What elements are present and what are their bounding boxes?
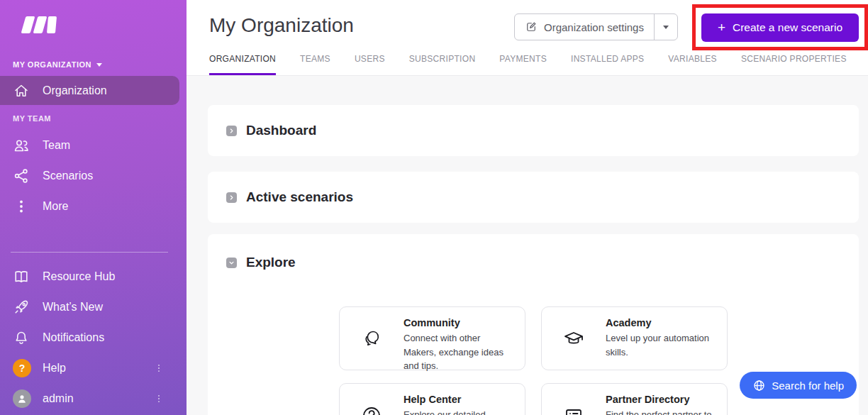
directory-list-icon [542, 384, 606, 415]
organization-settings-button[interactable]: Organization settings [515, 14, 654, 40]
sidebar-item-help[interactable]: ? Help [0, 354, 179, 382]
section-title: Active scenarios [246, 189, 353, 205]
sidebar-item-label: Team [43, 139, 70, 152]
overflow-menu-icon[interactable] [154, 393, 164, 404]
search-for-help-label: Search for help [772, 380, 844, 392]
dashboard-section: Dashboard [208, 105, 859, 156]
sidebar-item-label: Resource Hub [43, 270, 115, 283]
page-header: My Organization Organization settings + … [187, 0, 868, 76]
tab-organization[interactable]: ORGANIZATION [209, 54, 276, 75]
sidebar-item-label: More [43, 200, 68, 213]
section-title: Dashboard [246, 123, 316, 138]
community-card[interactable]: Community Connect with other Makers, exc… [339, 306, 525, 370]
page-title: My Organization [209, 14, 354, 37]
avatar [13, 389, 31, 408]
explore-section-toggle[interactable]: Explore [208, 234, 859, 291]
sidebar-item-label: What’s New [43, 301, 103, 314]
rocket-icon [13, 299, 30, 316]
bell-icon [13, 329, 30, 346]
tab-scenario-properties[interactable]: SCENARIO PROPERTIES [741, 54, 847, 75]
active-scenarios-section-toggle[interactable]: Active scenarios [208, 172, 859, 223]
card-description: Find the perfect partner to [606, 408, 717, 415]
organization-settings-split-button: Organization settings [514, 13, 678, 40]
sidebar-item-notifications[interactable]: Notifications [0, 323, 179, 352]
tab-bar: ORGANIZATION TEAMS USERS SUBSCRIPTION PA… [209, 54, 847, 75]
question-circle-icon [340, 384, 404, 415]
card-title: Partner Directory [606, 394, 717, 405]
tab-users[interactable]: USERS [355, 54, 385, 75]
sidebar-item-team[interactable]: Team [0, 131, 179, 160]
chevron-down-icon [226, 258, 237, 268]
sidebar-item-label: Notifications [43, 331, 104, 344]
chevron-down-icon [663, 26, 669, 29]
graduation-cap-icon [542, 307, 606, 371]
home-icon [13, 82, 30, 99]
help-question-icon: ? [13, 359, 31, 377]
card-title: Academy [606, 317, 717, 328]
tab-payments[interactable]: PAYMENTS [499, 54, 547, 75]
sidebar-item-scenarios[interactable]: Scenarios [0, 162, 179, 190]
tab-subscription[interactable]: SUBSCRIPTION [409, 54, 476, 75]
chevron-down-icon [96, 63, 102, 67]
chevron-right-icon [226, 192, 237, 203]
card-description: Explore our detailed [404, 408, 515, 415]
content-area: Dashboard Active scenarios Explore [187, 76, 868, 415]
people-icon [13, 137, 30, 154]
highlight-annotation: + Create a new scenario [692, 4, 868, 50]
share-nodes-icon [13, 167, 30, 184]
search-for-help-button[interactable]: Search for help [740, 372, 857, 399]
app-window: MY ORGANIZATION Organization MY TEAM Tea… [0, 0, 868, 415]
sidebar-item-more[interactable]: More [0, 192, 179, 221]
explore-card-grid: Community Connect with other Makers, exc… [339, 306, 728, 415]
sidebar-section-my-team: MY TEAM [13, 114, 51, 123]
main-area: My Organization Organization settings + … [187, 0, 868, 415]
settings-dropdown-button[interactable] [654, 14, 677, 40]
workspace-selector[interactable]: MY ORGANIZATION [13, 60, 102, 69]
chat-bubbles-icon [340, 307, 404, 371]
tab-teams[interactable]: TEAMS [300, 54, 330, 75]
create-scenario-label: Create a new scenario [733, 21, 842, 34]
chevron-right-icon [226, 126, 237, 136]
sidebar-item-admin[interactable]: admin [0, 384, 179, 413]
sidebar-item-organization[interactable]: Organization [0, 76, 179, 105]
organization-settings-label: Organization settings [544, 21, 644, 33]
sidebar-item-whats-new[interactable]: What’s New [0, 293, 179, 321]
section-title: Explore [246, 255, 296, 270]
sidebar-divider [11, 252, 168, 253]
create-scenario-button[interactable]: + Create a new scenario [701, 13, 859, 42]
make-logo [23, 16, 63, 33]
dashboard-section-toggle[interactable]: Dashboard [208, 105, 859, 156]
help-center-card[interactable]: Help Center Explore our detailed [339, 383, 525, 415]
plus-icon: + [718, 21, 725, 34]
sidebar-item-label: Scenarios [43, 170, 93, 182]
workspace-label: MY ORGANIZATION [13, 60, 91, 69]
sidebar-item-label: Organization [43, 84, 107, 97]
tab-variables[interactable]: VARIABLES [668, 54, 717, 75]
tab-installed-apps[interactable]: INSTALLED APPS [571, 54, 644, 75]
card-title: Help Center [404, 394, 515, 405]
edit-icon [525, 21, 538, 33]
card-description: Connect with other Makers, exchange idea… [404, 331, 515, 373]
sidebar: MY ORGANIZATION Organization MY TEAM Tea… [0, 0, 187, 415]
vertical-dots-icon [13, 198, 30, 215]
sidebar-item-label: admin [43, 392, 74, 405]
sidebar-item-label: Help [43, 362, 66, 375]
sidebar-item-resource-hub[interactable]: Resource Hub [0, 262, 179, 291]
book-icon [13, 268, 30, 285]
partner-directory-card[interactable]: Partner Directory Find the perfect partn… [541, 383, 728, 415]
card-description: Level up your automation skills. [606, 331, 717, 359]
active-scenarios-section: Active scenarios [208, 172, 859, 223]
overflow-menu-icon[interactable] [154, 363, 164, 374]
card-title: Community [404, 317, 515, 328]
globe-icon [752, 379, 766, 392]
academy-card[interactable]: Academy Level up your automation skills. [541, 306, 728, 370]
